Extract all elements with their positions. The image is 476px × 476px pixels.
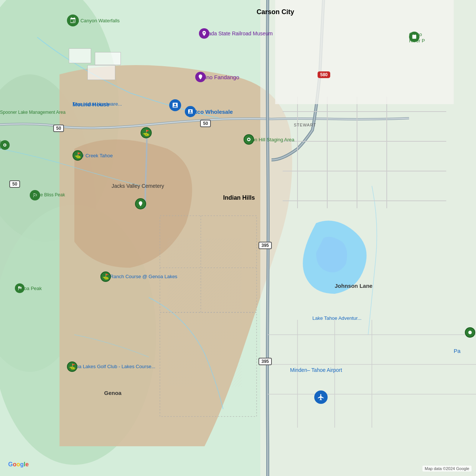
- cemetery-marker[interactable]: [135, 198, 146, 209]
- golf-marker-1[interactable]: ⛳: [141, 127, 152, 138]
- nevada-railroad-marker[interactable]: [199, 28, 209, 39]
- casino-fandango-marker[interactable]: [195, 72, 206, 82]
- route-580-shield: 580: [318, 71, 330, 78]
- carso-marker[interactable]: [409, 32, 419, 42]
- prison-hill-marker[interactable]: [244, 134, 254, 145]
- svg-rect-6: [167, 312, 242, 387]
- map-svg: [0, 0, 476, 476]
- parcel-1: [69, 48, 91, 63]
- parcel-2: [95, 52, 121, 65]
- clear-creek-marker[interactable]: ⛳: [73, 150, 83, 161]
- imit-label: imitrea: [0, 139, 10, 150]
- route-50-shield-3: 50: [9, 180, 20, 188]
- route-50-shield-2: 50: [200, 120, 211, 127]
- genoa-lakes-golf-marker[interactable]: ⛳: [67, 361, 77, 372]
- kings-canyon-marker[interactable]: [67, 15, 79, 26]
- lake-tahoe-marker[interactable]: [465, 327, 475, 338]
- svg-point-30: [4, 144, 6, 146]
- route-395-shield-1: 395: [258, 242, 272, 249]
- svg-point-28: [468, 331, 472, 334]
- svg-rect-25: [275, 0, 454, 104]
- duane-bliss-marker[interactable]: [30, 190, 40, 200]
- ranch-course-marker[interactable]: ⛳: [100, 271, 111, 282]
- costco-marker[interactable]: [185, 106, 196, 117]
- imit-marker[interactable]: [0, 140, 10, 150]
- svg-point-27: [248, 139, 250, 141]
- svg-rect-5: [167, 238, 242, 312]
- parcel-3: [87, 65, 115, 80]
- genoa-peak-marker[interactable]: [15, 283, 25, 293]
- map-attribution: Map data ©2024 Google: [422, 466, 472, 472]
- mound-house-marker[interactable]: [169, 99, 181, 111]
- route-50-shield-1: 50: [53, 125, 64, 132]
- minden-tahoe-marker[interactable]: [314, 390, 328, 404]
- map-container[interactable]: Carson City Kings Canyon Waterfalls Neva…: [0, 0, 476, 476]
- route-395-shield-2: 395: [258, 358, 272, 365]
- carso-label: CarsoRiver P: [409, 32, 419, 42]
